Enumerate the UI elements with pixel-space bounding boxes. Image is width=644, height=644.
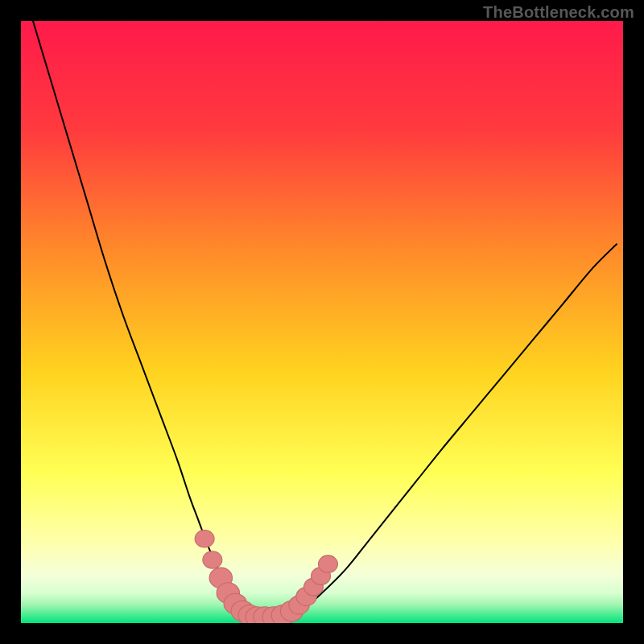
plot-area <box>21 21 623 623</box>
chart-frame: TheBottleneck.com <box>0 0 644 644</box>
data-marker <box>319 555 338 573</box>
data-marker <box>195 530 214 548</box>
curve-layer <box>21 21 623 623</box>
bottleneck-curve <box>33 21 617 617</box>
watermark-text: TheBottleneck.com <box>483 3 634 22</box>
data-marker <box>203 551 222 569</box>
